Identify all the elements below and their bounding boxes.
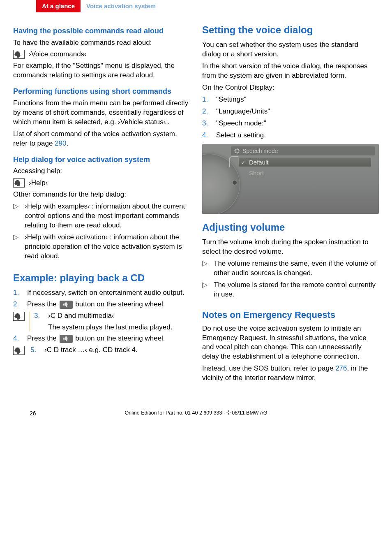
dial-dot xyxy=(233,181,237,185)
text: Press the xyxy=(27,334,59,342)
step-number: 4. xyxy=(202,131,211,140)
step-number: 4. xyxy=(13,334,22,343)
list-item: 2. Press the button on the steering whee… xyxy=(13,300,190,309)
text: Select a setting. xyxy=(216,131,266,140)
screenshot-title: Speech mode xyxy=(242,148,278,154)
right-column: Setting the voice dialog You can set whe… xyxy=(202,24,379,385)
page-number: 26 xyxy=(30,410,36,417)
numbered-list: 4. Press the button on the steering whee… xyxy=(13,334,190,343)
text: The system plays the last media played. xyxy=(48,323,190,331)
steering-wheel-button-icon xyxy=(60,301,73,309)
para: Functions from the main menu can be perf… xyxy=(13,99,190,127)
content-columns: Having the possible commands read aloud … xyxy=(0,24,392,385)
text: button on the steering wheel. xyxy=(74,334,165,342)
header-spacer xyxy=(0,0,36,12)
text: "Settings" xyxy=(216,95,247,104)
screenshot-row-selected: ✓ Default xyxy=(238,157,371,167)
header-tab-active: At a glance xyxy=(36,0,81,12)
list-item: ▷The volume remains the same, even if th… xyxy=(202,259,379,278)
para: Instead, use the SOS button, refer to pa… xyxy=(202,364,379,383)
screenshot-row-label: Short xyxy=(249,169,264,176)
idrive-screenshot: Speech mode ✓ Default Short xyxy=(202,144,379,214)
para: List of short command of the voice activ… xyxy=(13,130,190,148)
para: For example, if the "Settings" menu is d… xyxy=(13,61,190,80)
heading-short-commands: Performing functions using short command… xyxy=(13,87,190,96)
voice-command-text: ›C D and multimedia‹ xyxy=(48,312,190,320)
step-number: 3. xyxy=(34,312,43,331)
list-item: 4. Press the button on the steering whee… xyxy=(13,334,190,343)
check-icon: ✓ xyxy=(241,159,246,166)
para: Other commands for the help dialog: xyxy=(13,190,190,199)
triangle-bullet-icon: ▷ xyxy=(13,202,20,230)
page-link-276[interactable]: 276 xyxy=(335,364,347,372)
text: If necessary, switch on entertainment au… xyxy=(27,288,184,298)
step-number: 2. xyxy=(202,107,211,116)
list-item: 2."Language/Units" xyxy=(202,107,379,116)
gear-icon xyxy=(234,148,240,154)
step-number: 2. xyxy=(13,300,22,309)
text: Press the button on the steering wheel. xyxy=(27,300,165,309)
left-column: Having the possible commands read aloud … xyxy=(13,24,190,385)
text: The volume is stored for the remote cont… xyxy=(214,280,379,299)
connector-line xyxy=(229,156,238,167)
heading-setting-dialog: Setting the voice dialog xyxy=(202,24,379,36)
para: On the Control Display: xyxy=(202,83,379,93)
text: The volume remains the same, even if the… xyxy=(214,259,379,278)
voice-command-text: ›Help‹ xyxy=(29,179,48,187)
footer-line: 26 Online Edition for Part no. 01 40 2 6… xyxy=(13,410,379,416)
voice-command-text: ›C D track …‹ e.g. CD track 4. xyxy=(44,346,138,354)
screenshot-titlebar: Speech mode xyxy=(231,146,375,155)
steering-wheel-button-icon xyxy=(60,335,73,343)
footer-text: Online Edition for Part no. 01 40 2 609 … xyxy=(125,410,267,416)
text: Press the xyxy=(27,300,59,308)
screenshot-row: Short xyxy=(238,168,371,178)
header-tab-inactive: Voice activation system xyxy=(81,0,392,12)
step-number: 1. xyxy=(202,95,211,104)
list-item: ▷›Help with voice activation‹ : informat… xyxy=(13,233,190,261)
numbered-list: 1.If necessary, switch on entertainment … xyxy=(13,288,190,310)
step-number: 5. xyxy=(30,346,39,354)
header-bar: At a glance Voice activation system xyxy=(0,0,392,12)
text: "Language/Units" xyxy=(216,107,270,116)
step-block: 3. ›C D and multimedia‹ The system plays… xyxy=(30,312,190,331)
list-item: 1."Settings" xyxy=(202,95,379,104)
voice-step-row: 5. ›C D track …‹ e.g. CD track 4. xyxy=(13,346,190,355)
step-number: 1. xyxy=(13,288,22,298)
list-item: ▷The volume is stored for the remote con… xyxy=(202,280,379,299)
text: Instead, use the SOS button, refer to pa… xyxy=(202,364,335,372)
voice-step-row: 3. ›C D and multimedia‹ The system plays… xyxy=(13,312,190,331)
screenshot-row-label: Default xyxy=(249,159,269,166)
text: Press the button on the steering wheel. xyxy=(27,334,165,343)
page-link-290[interactable]: 290 xyxy=(55,139,66,147)
list-item: ▷›Help with examples‹ : information abou… xyxy=(13,202,190,230)
para: Do not use the voice activation system t… xyxy=(202,324,379,362)
list-item: 4.Select a setting. xyxy=(202,131,379,140)
triangle-bullet-icon: ▷ xyxy=(202,280,209,299)
text: "Speech mode:" xyxy=(216,119,266,128)
text: . xyxy=(67,139,69,147)
text: button on the steering wheel. xyxy=(74,300,165,308)
bullet-list: ▷›Help with examples‹ : information abou… xyxy=(13,202,190,261)
voice-icon xyxy=(13,346,25,355)
heading-example-cd: Example: playing back a CD xyxy=(13,272,190,284)
heading-commands-aloud: Having the possible commands read aloud xyxy=(13,26,190,36)
voice-command-row: ›Voice commands‹ xyxy=(13,50,190,59)
voice-icon xyxy=(13,50,25,59)
voice-icon xyxy=(13,178,25,188)
step-number: 3. xyxy=(202,119,211,128)
para: You can set whether the system uses the … xyxy=(202,40,379,59)
voice-command-row: ›Help‹ xyxy=(13,178,190,188)
heading-emergency-requests: Notes on Emergency Requests xyxy=(202,309,379,321)
text: ›Help with examples‹ : information about… xyxy=(25,202,190,230)
footer: 26 Online Edition for Part no. 01 40 2 6… xyxy=(0,410,392,424)
triangle-bullet-icon: ▷ xyxy=(202,259,209,278)
para: To have the available commands read alou… xyxy=(13,38,190,48)
bullet-list: ▷The volume remains the same, even if th… xyxy=(202,259,379,299)
heading-help-dialog: Help dialog for voice activation system xyxy=(13,155,190,164)
voice-icon xyxy=(13,312,25,321)
text: List of short command of the voice activ… xyxy=(13,130,177,147)
voice-command-text: ›Voice commands‹ xyxy=(29,50,87,58)
numbered-list: 1."Settings" 2."Language/Units" 3."Speec… xyxy=(202,95,379,140)
heading-adjusting-volume: Adjusting volume xyxy=(202,221,379,234)
triangle-bullet-icon: ▷ xyxy=(13,233,20,261)
